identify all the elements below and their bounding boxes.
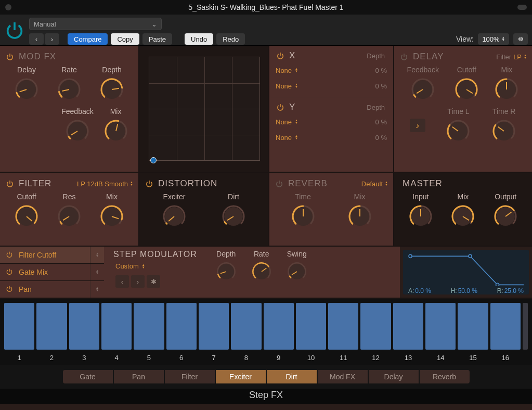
stepmod-next-button[interactable]: › <box>131 275 145 288</box>
seq-step-3[interactable] <box>69 303 99 350</box>
distortion-power-button[interactable] <box>145 179 154 188</box>
mod-target-stepper[interactable]: ▲▼ <box>90 264 99 280</box>
mod-target-power-icon[interactable] <box>5 285 15 294</box>
feedback-knob[interactable] <box>410 77 435 102</box>
seq-step-2[interactable] <box>36 303 67 350</box>
exciter-knob[interactable] <box>162 204 187 229</box>
tab-exciter[interactable]: Exciter <box>216 370 266 383</box>
env-attack-value[interactable]: 0.0 % <box>415 287 431 294</box>
y-param1-value[interactable]: 0 % <box>375 118 387 126</box>
tab-pan[interactable]: Pan <box>114 370 164 383</box>
zoom-select[interactable]: 100% ▲▼ <box>478 33 509 45</box>
cutoff-knob[interactable] <box>14 204 39 229</box>
seq-step-15[interactable] <box>458 303 488 350</box>
delay-sync-button[interactable]: ♪ <box>410 119 425 132</box>
stepmod-settings-button[interactable]: ✱ <box>147 275 160 288</box>
delay-filter-select[interactable]: LP▲▼ <box>513 53 527 61</box>
plugin-bypass-button[interactable] <box>4 20 25 41</box>
seq-step-7[interactable] <box>199 303 229 350</box>
link-button[interactable] <box>513 33 528 45</box>
mix-knob[interactable] <box>103 119 128 144</box>
dirt-knob[interactable] <box>221 204 246 229</box>
paste-button[interactable]: Paste <box>142 33 172 45</box>
x-param2-select[interactable]: None▲▼ <box>276 82 298 90</box>
env-release-value[interactable]: 25.0 % <box>504 287 524 294</box>
x-param1-select[interactable]: None▲▼ <box>276 67 298 74</box>
output-knob[interactable] <box>493 204 518 229</box>
modfx-power-button[interactable] <box>5 52 15 61</box>
seq-step-4[interactable] <box>101 303 132 350</box>
y-param2-value[interactable]: 0 % <box>375 134 387 142</box>
seq-step-8[interactable] <box>231 303 261 350</box>
tab-mod-fx[interactable]: Mod FX <box>318 370 368 383</box>
seq-step-6[interactable] <box>166 303 197 350</box>
seq-step-16[interactable] <box>490 303 521 350</box>
copy-button[interactable]: Copy <box>111 33 139 45</box>
mod-target-1[interactable]: Gate Mix ▲▼ <box>0 264 104 281</box>
tab-dirt[interactable]: Dirt <box>267 370 317 383</box>
compare-button[interactable]: Compare <box>68 33 108 45</box>
seq-step-13[interactable] <box>393 303 423 350</box>
y-power-button[interactable] <box>276 102 285 112</box>
tab-reverb[interactable]: Reverb <box>420 370 470 383</box>
reverb-power-button[interactable] <box>275 179 284 188</box>
rate-knob[interactable] <box>57 77 82 102</box>
filter-power-button[interactable] <box>5 179 15 188</box>
tab-delay[interactable]: Delay <box>369 370 419 383</box>
xy-pad[interactable] <box>149 57 260 161</box>
rate-knob[interactable] <box>251 261 272 282</box>
knob-label: Res <box>63 193 76 201</box>
reverb-mode-select[interactable]: Default▲▼ <box>361 180 388 188</box>
next-preset-button[interactable]: › <box>45 33 59 45</box>
seq-end-marker[interactable] <box>523 303 528 350</box>
mix-knob[interactable] <box>347 204 372 229</box>
mod-target-power-icon[interactable] <box>5 267 15 277</box>
mix-knob[interactable] <box>494 77 519 102</box>
mod-target-power-icon[interactable] <box>5 250 15 260</box>
redo-button[interactable]: Redo <box>216 33 245 45</box>
seq-step-11[interactable] <box>328 303 358 350</box>
time-l-knob[interactable] <box>446 119 471 144</box>
depth-knob[interactable] <box>216 261 237 282</box>
depth-knob[interactable] <box>99 77 124 102</box>
delay-knob[interactable] <box>14 77 39 102</box>
swing-knob[interactable] <box>287 261 307 282</box>
seq-step-9[interactable] <box>264 303 294 350</box>
env-hold-value[interactable]: 50.0 % <box>458 287 477 294</box>
mod-target-0[interactable]: Filter Cutoff ▲▼ <box>0 247 104 264</box>
time-r-knob[interactable] <box>491 119 516 144</box>
seq-step-10[interactable] <box>296 303 326 350</box>
seq-step-14[interactable] <box>425 303 456 350</box>
seq-step-1[interactable] <box>4 303 34 350</box>
mod-target-2[interactable]: Pan ▲▼ <box>0 281 104 298</box>
filter-mode-select[interactable]: LP 12dB Smooth▲▼ <box>77 180 133 188</box>
y-param2-select[interactable]: None▲▼ <box>276 134 298 142</box>
envelope-graph[interactable] <box>408 253 524 286</box>
time-knob[interactable] <box>291 204 316 229</box>
prev-preset-button[interactable]: ‹ <box>29 33 44 45</box>
stepmod-prev-button[interactable]: ‹ <box>115 275 129 288</box>
stepmod-preset-select[interactable]: Custom▲▼ <box>115 262 197 270</box>
undo-button[interactable]: Undo <box>185 33 213 45</box>
res-knob[interactable] <box>57 204 82 229</box>
seq-step-5[interactable] <box>134 303 164 350</box>
y-param1-select[interactable]: None▲▼ <box>276 118 298 126</box>
mod-target-stepper[interactable]: ▲▼ <box>90 281 99 298</box>
x-power-button[interactable] <box>276 51 285 60</box>
mix-knob[interactable] <box>99 204 124 229</box>
resize-handle[interactable] <box>517 5 527 10</box>
preset-select[interactable]: Manual ⌄ <box>29 18 162 30</box>
mod-target-stepper[interactable]: ▲▼ <box>90 247 99 263</box>
seq-step-12[interactable] <box>360 303 391 350</box>
x-param2-value[interactable]: 0 % <box>375 82 387 90</box>
window-title: 5_Saskin S- Walking_Blues- Phat Fuel Mas… <box>0 3 532 11</box>
tab-gate[interactable]: Gate <box>63 370 113 383</box>
cutoff-knob[interactable] <box>454 77 479 102</box>
feedback-knob[interactable] <box>65 119 90 144</box>
tab-filter[interactable]: Filter <box>165 370 215 383</box>
delay-power-button[interactable] <box>399 52 409 61</box>
xy-pad-dot[interactable] <box>150 157 157 163</box>
input-knob[interactable] <box>408 204 433 229</box>
mix-knob[interactable] <box>450 204 475 229</box>
x-param1-value[interactable]: 0 % <box>375 67 387 74</box>
